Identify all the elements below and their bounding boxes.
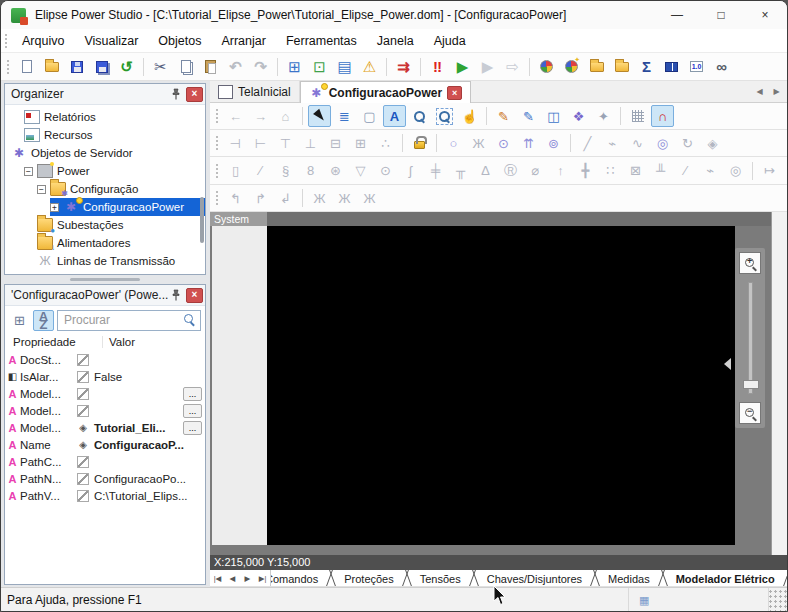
search-domain-icon[interactable] bbox=[585, 56, 608, 78]
pin-button[interactable] bbox=[168, 288, 184, 303]
verify-icon[interactable]: ⚠ bbox=[358, 56, 381, 78]
recipes-icon[interactable]: 1.0 bbox=[685, 56, 708, 78]
maximize-button[interactable]: □ bbox=[699, 1, 743, 29]
tree-item-relatorios[interactable]: Relatórios bbox=[5, 108, 205, 126]
toolbar-grip[interactable] bbox=[215, 163, 219, 179]
new-screen-icon[interactable]: ❖ bbox=[567, 105, 590, 127]
switch-state2-icon[interactable]: ↱ bbox=[249, 187, 272, 209]
switch-icon[interactable]: ∕ bbox=[249, 160, 272, 182]
browse-button[interactable]: ... bbox=[183, 404, 202, 418]
formulas-icon[interactable]: Σ bbox=[635, 56, 658, 78]
sheet-first-button[interactable]: |◀ bbox=[210, 570, 225, 586]
zoom-tool-icon[interactable] bbox=[408, 105, 431, 127]
wizard-icon[interactable] bbox=[560, 56, 583, 78]
save-all-icon[interactable] bbox=[90, 56, 113, 78]
delta-generator-icon[interactable]: ∆ bbox=[474, 160, 497, 182]
property-value[interactable]: ConfiguracaoPo... bbox=[90, 473, 205, 485]
zoom-region-icon[interactable] bbox=[433, 105, 456, 127]
screen-alarms-icon[interactable]: ✦ bbox=[592, 105, 615, 127]
doc-tab-scroll-left[interactable]: ◀ bbox=[752, 84, 767, 99]
tower-single-icon[interactable]: Ж bbox=[308, 187, 331, 209]
tree-item-linhas-de-transmissao[interactable]: Ж Linhas de Transmissão bbox=[5, 252, 205, 270]
zoom-out-button[interactable] bbox=[739, 402, 761, 424]
transformer2-icon[interactable]: 8 bbox=[299, 160, 322, 182]
categorized-view-button[interactable]: ⊞ bbox=[9, 310, 30, 331]
menu-arquivo[interactable]: Arquivo bbox=[12, 31, 74, 51]
tree-item-objetos-de-servidor[interactable]: ✱ Objetos de Servidor bbox=[5, 144, 205, 162]
tree-item-power[interactable]: − Power bbox=[5, 162, 205, 180]
new-icon[interactable] bbox=[15, 56, 38, 78]
dc-switch-icon[interactable]: ∕ bbox=[674, 160, 697, 182]
zoom-slider-thumb[interactable] bbox=[743, 380, 759, 389]
toolbar-grip[interactable] bbox=[215, 190, 219, 206]
busbar-node-icon[interactable]: ◎ bbox=[651, 132, 674, 154]
open-icon[interactable] bbox=[40, 56, 63, 78]
stop-scripts-icon[interactable]: ‼ bbox=[426, 56, 449, 78]
align-right-icon[interactable]: ⊢ bbox=[249, 132, 272, 154]
tree-expander-icon[interactable]: − bbox=[37, 185, 46, 194]
sheet-tab-tensoes[interactable]: Tensões bbox=[407, 570, 474, 586]
menu-arranjar[interactable]: Arranjar bbox=[211, 31, 275, 51]
line-segment-icon[interactable]: ⌀ bbox=[524, 160, 547, 182]
connection-node-icon[interactable]: ○ bbox=[442, 132, 465, 154]
sheet-tab-chaves-disjuntores[interactable]: Chaves/Disjuntores bbox=[474, 570, 595, 586]
switch-state3-icon[interactable]: ↲ bbox=[274, 187, 297, 209]
copy-icon[interactable] bbox=[174, 56, 197, 78]
navigate-forward-icon[interactable]: → bbox=[249, 105, 272, 127]
close-tab-button[interactable]: × bbox=[447, 86, 462, 100]
zoom-slider[interactable] bbox=[748, 282, 753, 394]
generator-icon[interactable]: ⊙ bbox=[374, 160, 397, 182]
tree-item-alimentadores[interactable]: Alimentadores bbox=[5, 234, 205, 252]
load-measure-icon[interactable]: ⊙ bbox=[492, 132, 515, 154]
ring-icon[interactable]: ◎ bbox=[724, 160, 747, 182]
pin-button[interactable] bbox=[168, 87, 184, 102]
redo-icon[interactable]: ↷ bbox=[249, 56, 272, 78]
align-left-icon[interactable]: ⊣ bbox=[224, 132, 247, 154]
tee-node-icon[interactable]: ╋ bbox=[574, 160, 597, 182]
run-icon[interactable]: ▶ bbox=[451, 56, 474, 78]
tree-item-subestacoes[interactable]: Subestações bbox=[5, 216, 205, 234]
tower-left-icon[interactable]: Ж bbox=[358, 187, 381, 209]
align-top-icon[interactable]: ⊤ bbox=[274, 132, 297, 154]
panel-splitter[interactable] bbox=[4, 275, 206, 284]
gallery-icon[interactable]: ▤ bbox=[333, 56, 356, 78]
dc-breaker-icon[interactable]: ⌁ bbox=[699, 160, 722, 182]
tree-expander-icon[interactable]: − bbox=[24, 167, 33, 176]
zoom-in-button[interactable] bbox=[739, 252, 761, 274]
doc-tab-configuracaopower[interactable]: ✱ ConfiguracaoPower × bbox=[300, 81, 471, 103]
text-tool-icon[interactable]: A bbox=[383, 105, 406, 127]
tower-right-icon[interactable]: Ж bbox=[333, 187, 356, 209]
inverter-icon[interactable]: ⊠ bbox=[624, 160, 647, 182]
column-propriedade[interactable]: Propriedade bbox=[5, 336, 103, 348]
export-icon[interactable]: ⇉ bbox=[392, 56, 415, 78]
breaker-icon[interactable]: ▯ bbox=[224, 160, 247, 182]
property-value[interactable]: ConfiguracaoP... bbox=[90, 439, 205, 451]
property-row[interactable]: A Model... ◈ Tutorial_Eli... ... bbox=[5, 419, 205, 436]
property-row[interactable]: A Model... ... bbox=[5, 402, 205, 419]
edit-points-icon[interactable]: ✎ bbox=[492, 105, 515, 127]
line-tool-icon[interactable]: ╱ bbox=[576, 132, 599, 154]
sheet-last-button[interactable]: ▶| bbox=[255, 570, 270, 586]
tree-item-configuracao[interactable]: − Configuração bbox=[5, 180, 205, 198]
clock-measure-icon[interactable]: ⊚ bbox=[542, 132, 565, 154]
tree-expander-icon[interactable]: + bbox=[50, 203, 59, 212]
menu-objetos[interactable]: Objetos bbox=[148, 31, 211, 51]
domain-config-icon[interactable] bbox=[610, 56, 633, 78]
watch-icon[interactable]: ∞ bbox=[710, 56, 733, 78]
sheet-tab-protecoes[interactable]: Proteções bbox=[331, 570, 407, 586]
reactor-icon[interactable]: ʃ bbox=[399, 160, 422, 182]
menu-ajuda[interactable]: Ajuda bbox=[424, 31, 476, 51]
center-node-icon[interactable]: ◈ bbox=[701, 132, 724, 154]
tower-icon[interactable]: Ж bbox=[467, 132, 490, 154]
tree-item-configuracaopower[interactable]: + ✱ ConfiguracaoPower bbox=[5, 198, 205, 216]
property-value[interactable]: Tutorial_Eli... bbox=[90, 422, 183, 434]
arrow-icon[interactable]: ↑ bbox=[549, 160, 572, 182]
center-horizontal-icon[interactable]: ⊞ bbox=[349, 132, 372, 154]
close-panel-button[interactable]: × bbox=[186, 87, 203, 102]
close-panel-button[interactable]: × bbox=[186, 288, 203, 303]
snap-grid-icon[interactable]: ∩ bbox=[651, 105, 674, 127]
fuse-icon[interactable]: § bbox=[274, 160, 297, 182]
browse-button[interactable]: ... bbox=[183, 421, 202, 435]
insert-object-icon[interactable]: ⊞ bbox=[283, 56, 306, 78]
generation-icon[interactable]: ⇈ bbox=[517, 132, 540, 154]
